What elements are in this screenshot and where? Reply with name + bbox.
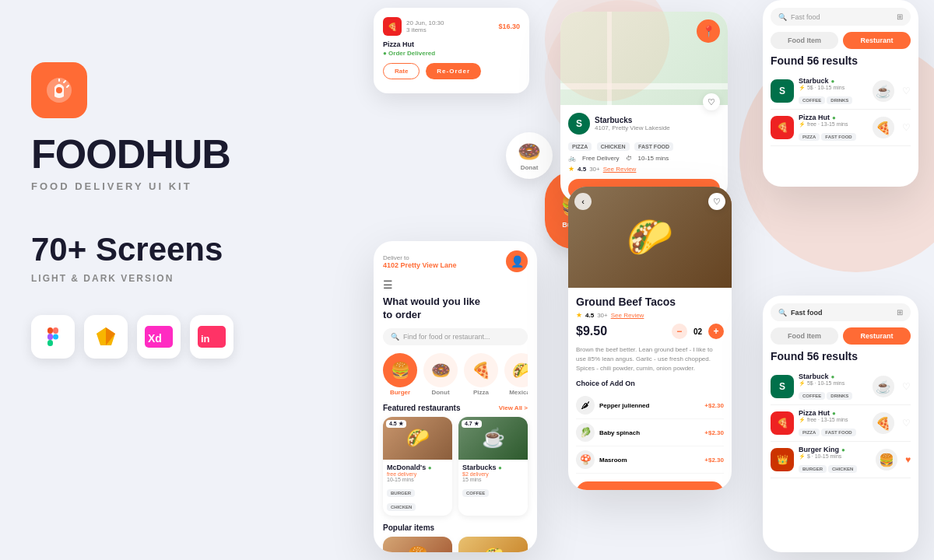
screens-desc: LIGHT & DARK VERSION bbox=[31, 273, 296, 284]
reorder-button[interactable]: Re-Order bbox=[426, 63, 481, 79]
list-item-starbucks-top[interactable]: S Starbuck ● ⚡ 5$ · 10-15 mins COFFEEDRI… bbox=[771, 73, 911, 110]
rate-button[interactable]: Rate bbox=[383, 63, 420, 79]
search-icon: 🔍 bbox=[391, 333, 399, 341]
map-tag-chicken: CHICKEN bbox=[597, 142, 630, 151]
category-donut[interactable]: 🍩 Donut bbox=[423, 353, 458, 396]
detail-title: Ground Beef Tacos bbox=[576, 296, 724, 308]
map-tag-fastfood: FAST FOOD bbox=[634, 142, 673, 151]
order-items: 3 items bbox=[406, 26, 444, 33]
tab-restaurant[interactable]: Resturant bbox=[843, 32, 911, 49]
quantity-control[interactable]: − 02 + bbox=[672, 324, 724, 339]
addon-pepper: 🌶 Pepper julienned +$2.30 bbox=[576, 392, 724, 419]
addon-pepper-price: +$2.30 bbox=[704, 402, 724, 409]
deliver-address: 4102 Pretty View Lane bbox=[383, 261, 456, 269]
add-to-cart-button[interactable]: 🛒 ADD TO CART bbox=[576, 481, 724, 490]
home-title-2: to order bbox=[383, 309, 421, 320]
found-results-top: Found 56 results bbox=[771, 55, 911, 67]
map-heart[interactable]: ♡ bbox=[703, 93, 720, 110]
list-item-starbucks-bot[interactable]: S Starbuck● ⚡ 5$ · 10-15 mins COFFEEDRIN… bbox=[771, 369, 911, 405]
heart-starbucks-bot[interactable]: ♡ bbox=[902, 381, 911, 392]
list-item-burgerking-bot[interactable]: 👑 Burger King● ⚡ $ · 10-15 mins BURGERCH… bbox=[771, 442, 911, 478]
found-results-bot: Found 56 results bbox=[771, 351, 911, 362]
detail-rating: 4.5 bbox=[585, 312, 594, 319]
addon-masroom: 🍄 Masroom +$2.30 bbox=[576, 446, 724, 474]
map-tag-pizza: PIZZA bbox=[568, 142, 592, 151]
filter-icon-bot[interactable]: ⊞ bbox=[897, 308, 903, 317]
home-screen: Deliver to 4102 Pretty View Lane 👤 ☰ Wha… bbox=[374, 241, 537, 552]
svg-point-9 bbox=[53, 334, 58, 340]
addon-spinach-price: +$2.30 bbox=[704, 429, 724, 436]
heart-pizzahut-bot[interactable]: ♡ bbox=[902, 418, 911, 429]
invision-icon: in bbox=[190, 315, 234, 359]
popular-item-2[interactable]: 🌮 $8.25 bbox=[458, 537, 528, 552]
order-date: 20 Jun, 10:30 bbox=[406, 19, 444, 26]
detail-screen: 🌮 ♡ ‹ Ground Beef Tacos ★ 4.5 30+ See Re… bbox=[568, 187, 732, 490]
svg-rect-5 bbox=[47, 327, 53, 334]
featured-label: Featured restaurants bbox=[383, 404, 460, 412]
list-item-pizzahut-bot[interactable]: 🍕 Pizza Hut● ⚡ free · 13-15 mins PIZZAFA… bbox=[771, 405, 911, 442]
svg-point-1 bbox=[56, 87, 62, 93]
tool-icons: Xd in bbox=[31, 315, 296, 359]
category-mexican[interactable]: 🌮 Mexican bbox=[504, 353, 528, 396]
map-delivery: Free Delivery bbox=[582, 155, 620, 162]
filter-icon[interactable]: ⊞ bbox=[897, 12, 903, 21]
heart-pizzahut-top[interactable]: ♡ bbox=[902, 122, 911, 133]
rest-card-starbucks[interactable]: ☕ 4.7 ★ Starbucks ● $2 delivery 15 mins … bbox=[458, 417, 528, 516]
addon-masroom-name: Masroom bbox=[599, 457, 627, 464]
listing-search-bar[interactable]: 🔍 Fast food ⊞ bbox=[771, 8, 911, 26]
popular-item-1[interactable]: 🍔 $5.50 bbox=[383, 537, 452, 552]
listing-search-icon: 🔍 bbox=[778, 13, 787, 21]
search-placeholder: Find for food or restaurant... bbox=[403, 333, 490, 341]
svg-rect-7 bbox=[47, 334, 53, 340]
cart-icon: 🛒 bbox=[614, 489, 623, 490]
addon-masroom-price: +$2.30 bbox=[704, 457, 724, 464]
addon-spinach-name: Baby spinach bbox=[599, 429, 640, 436]
detail-price: $9.50 bbox=[576, 324, 607, 338]
app-icon bbox=[31, 62, 87, 118]
heart-starbucks-top[interactable]: ♡ bbox=[902, 86, 911, 96]
home-title-1: What would you like bbox=[383, 296, 480, 307]
order-tracking-card: 🍕 20 Jun, 10:30 3 items $16.30 Pizza Hut… bbox=[374, 8, 529, 93]
rest-card-mcdonalds[interactable]: 🌮 4.5 ★ McDonald's ● free delivery 10-15… bbox=[383, 417, 452, 516]
tab-food-item-bot[interactable]: Food Item bbox=[771, 327, 838, 345]
detail-see-review[interactable]: See Review bbox=[611, 312, 644, 319]
qty-plus-button[interactable]: + bbox=[708, 324, 724, 339]
listing-search-value: Fast food bbox=[791, 309, 823, 317]
category-burger[interactable]: 🍔 Burger bbox=[383, 353, 417, 396]
brand-title: FOODHUB bbox=[31, 134, 296, 174]
svg-rect-6 bbox=[53, 327, 58, 334]
map-see-review[interactable]: See Review bbox=[603, 166, 637, 173]
detail-description: Brown the beef better. Lean ground beef … bbox=[576, 345, 724, 373]
menu-icon[interactable]: ☰ bbox=[383, 278, 528, 291]
listing-search-bar-bot[interactable]: 🔍 Fast food ⊞ bbox=[771, 303, 911, 321]
deliver-label: Deliver to bbox=[383, 254, 456, 261]
svg-rect-8 bbox=[47, 340, 53, 346]
category-pizza[interactable]: 🍕 Pizza bbox=[464, 353, 498, 396]
donat-label: Donat bbox=[521, 164, 539, 171]
map-rating: 4.5 bbox=[578, 166, 586, 173]
detail-heart[interactable]: ♡ bbox=[708, 193, 725, 210]
addon-pepper-name: Pepper julienned bbox=[599, 402, 649, 409]
heart-burgerking-bot[interactable]: ♥ bbox=[905, 454, 911, 465]
detail-reviews: 30+ bbox=[597, 312, 608, 319]
avatar: 👤 bbox=[506, 250, 528, 272]
tab-food-item[interactable]: Food Item bbox=[771, 32, 838, 49]
addons-title: Choice of Add On bbox=[576, 380, 724, 387]
order-price: $16.30 bbox=[498, 23, 520, 30]
brand-subtitle: FOOD DELIVERY UI KIT bbox=[31, 180, 296, 192]
back-button[interactable]: ‹ bbox=[574, 193, 592, 210]
search-bar[interactable]: 🔍 Find for food or restaurant... bbox=[383, 328, 528, 345]
listing-search-icon-bot: 🔍 bbox=[778, 309, 787, 317]
svg-text:in: in bbox=[201, 333, 210, 345]
view-all-link[interactable]: View All > bbox=[499, 404, 528, 411]
map-restaurant: Starbucks bbox=[595, 116, 670, 124]
figma-icon bbox=[31, 315, 75, 359]
list-item-pizzahut-top[interactable]: 🍕 Pizza Hut ● ⚡ free · 13-15 mins PIZZAF… bbox=[771, 110, 911, 146]
donat-float: 🍩 Donat bbox=[506, 132, 553, 179]
addon-spinach: 🥬 Baby spinach +$2.30 bbox=[576, 419, 724, 446]
svg-line-4 bbox=[67, 86, 68, 87]
svg-line-3 bbox=[64, 81, 65, 82]
tab-restaurant-bot[interactable]: Resturant bbox=[843, 327, 911, 345]
qty-minus-button[interactable]: − bbox=[672, 324, 687, 339]
listing-screen-top: 🔍 Fast food ⊞ Food Item Resturant Found … bbox=[763, 0, 918, 187]
